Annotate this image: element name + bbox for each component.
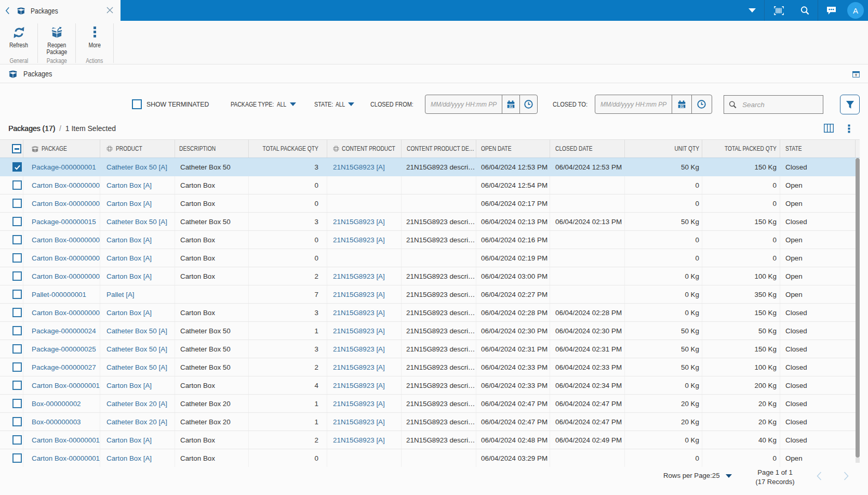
svg-text:31: 31 [679,104,684,109]
svg-text:31: 31 [509,104,513,109]
